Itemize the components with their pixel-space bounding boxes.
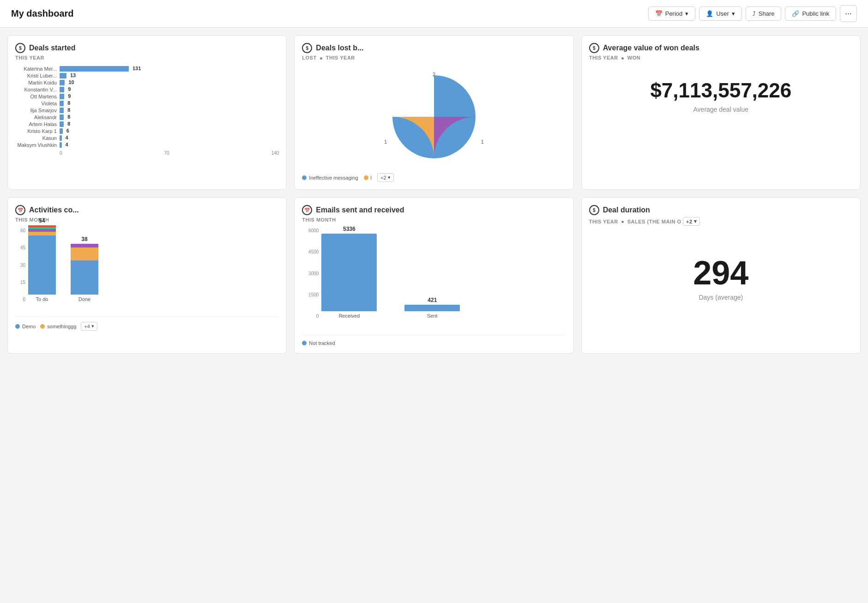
deals-lost-icon: $ xyxy=(302,43,312,53)
pie-chart: 2 1 1 xyxy=(388,71,480,163)
share-button[interactable]: ⤴ Share xyxy=(746,6,782,21)
activities-todo-bar: 54 To do xyxy=(28,217,56,302)
bar-row: Kristo Karp 16 xyxy=(15,128,279,134)
deals-lost-card: $ Deals lost b... LOST THIS YEAR 2 xyxy=(294,35,573,190)
deals-lost-subtitle: LOST THIS YEAR xyxy=(302,55,566,60)
done-seg1 xyxy=(71,260,98,295)
emails-icon: 📅 xyxy=(302,205,312,215)
x-axis: 070140 xyxy=(15,151,279,156)
done-stack xyxy=(71,244,98,295)
period-button[interactable]: 📅 Period ▾ xyxy=(648,6,696,21)
avg-value-subtitle: THIS YEAR WON xyxy=(589,55,853,60)
legend-dot-not-tracked xyxy=(302,341,307,345)
chevron-down-icon: ▾ xyxy=(732,10,735,17)
done-label: Done xyxy=(78,296,90,302)
emails-legend: Not tracked xyxy=(302,335,566,346)
done-value: 38 xyxy=(81,236,87,242)
deals-started-subtitle: THIS YEAR xyxy=(15,55,279,60)
emails-subtitle: THIS MONTH xyxy=(302,217,566,223)
emails-bars: 5336 Received 421 Sent xyxy=(321,228,566,330)
deal-duration-subtitle: THIS YEAR SALES (THE MAIN O +2 ▾ xyxy=(589,217,853,226)
sent-value: 421 xyxy=(428,297,437,303)
bar-row: Kasun4 xyxy=(15,135,279,141)
emails-title: 📅 Emails sent and received xyxy=(302,205,566,215)
todo-stack xyxy=(28,225,56,295)
pie-svg xyxy=(388,71,480,163)
deal-duration-title: $ Deal duration xyxy=(589,205,853,215)
legend-dot-demo xyxy=(15,324,20,329)
legend-more-button[interactable]: +2 ▾ xyxy=(377,173,394,182)
pie-legend: Ineffective messaging l +2 ▾ xyxy=(302,173,566,182)
bar-row: Katerina Mer...131 xyxy=(15,66,279,72)
deal-duration-content: 294 Days (average) xyxy=(589,231,853,324)
avg-value-card: $ Average value of won deals THIS YEAR W… xyxy=(581,35,861,190)
sent-label: Sent xyxy=(427,313,438,319)
avg-value-label: Average deal value xyxy=(589,106,853,113)
pie-label-right: 1 xyxy=(481,139,484,145)
deals-lost-title: $ Deals lost b... xyxy=(302,43,566,53)
deals-started-chart: Katerina Mer...131Kristi Luber...13Marti… xyxy=(15,66,279,148)
bar-row: Ilja Smarjov8 xyxy=(15,108,279,113)
activities-y-axis: 60 45 30 15 0 xyxy=(15,228,28,311)
emails-card: 📅 Emails sent and received THIS MONTH 60… xyxy=(294,197,573,354)
activities-title: 📅 Activities co... xyxy=(15,205,279,215)
activities-icon: 📅 xyxy=(15,205,25,215)
deals-lost-pie-container: 2 1 1 xyxy=(302,66,566,168)
public-link-button[interactable]: 🔗 Public link xyxy=(785,6,836,21)
received-label: Received xyxy=(338,313,360,319)
user-icon: 👤 xyxy=(706,10,713,17)
activities-legend-more[interactable]: +4 ▾ xyxy=(81,322,97,331)
pie-label-top: 2 xyxy=(433,72,435,77)
legend-dot-something xyxy=(40,324,45,329)
bar-row: Artem Halas8 xyxy=(15,121,279,127)
legend-dot-orange xyxy=(364,175,368,180)
done-seg2 xyxy=(71,247,98,260)
deal-duration-more[interactable]: +2 ▾ xyxy=(683,217,700,226)
bar-row: Konstantin V...9 xyxy=(15,87,279,92)
avg-value-title: $ Average value of won deals xyxy=(589,43,853,53)
todo-seg1 xyxy=(28,235,56,295)
bar-row: Violeta8 xyxy=(15,101,279,106)
calendar-icon: 📅 xyxy=(655,10,663,17)
emails-chart: 6000 4500 3000 1500 0 5336 Received 421 xyxy=(302,228,566,330)
deal-duration-label: Days (average) xyxy=(699,294,743,301)
todo-seg2 xyxy=(28,232,56,235)
legend-demo: Demo xyxy=(15,324,36,329)
activities-legend: Demo somethinggg +4 ▾ xyxy=(15,317,279,331)
link-icon: 🔗 xyxy=(792,10,799,17)
chevron-down-icon: ▾ xyxy=(694,218,697,224)
bar-row: Kristi Luber...13 xyxy=(15,73,279,78)
dashboard: $ Deals started THIS YEAR Katerina Mer..… xyxy=(0,28,868,361)
deal-duration-card: $ Deal duration THIS YEAR SALES (THE MAI… xyxy=(581,197,861,354)
sent-bar-fill xyxy=(404,305,460,311)
user-button[interactable]: 👤 User ▾ xyxy=(699,6,741,21)
avg-value-number: $7,113,557,226 xyxy=(589,79,853,102)
page-title: My dashboard xyxy=(11,8,74,19)
chevron-down-icon: ▾ xyxy=(91,323,94,329)
share-icon: ⤴ xyxy=(753,10,756,17)
bar-row: Ott Martens9 xyxy=(15,94,279,99)
legend-somethinggg: somethinggg xyxy=(40,324,76,329)
header-actions: 📅 Period ▾ 👤 User ▾ ⤴ Share 🔗 Public lin… xyxy=(648,5,857,22)
activities-chart: 60 45 30 15 0 54 To do xyxy=(15,228,279,311)
todo-value: 54 xyxy=(39,217,45,224)
chevron-down-icon: ▾ xyxy=(685,10,688,17)
pie-label-left: 1 xyxy=(384,139,387,145)
header: My dashboard 📅 Period ▾ 👤 User ▾ ⤴ Share… xyxy=(0,0,868,28)
emails-received-bar: 5336 Received xyxy=(321,226,377,319)
activities-done-bar: 38 Done xyxy=(71,236,98,302)
activities-bars: 54 To do 38 xyxy=(28,228,279,311)
more-button[interactable]: ··· xyxy=(840,5,857,22)
emails-sent-bar: 421 Sent xyxy=(404,297,460,319)
deals-started-card: $ Deals started THIS YEAR Katerina Mer..… xyxy=(7,35,287,190)
received-bar-fill xyxy=(321,234,377,311)
avg-value-icon: $ xyxy=(589,43,599,53)
legend-item-orange: l xyxy=(364,175,372,181)
deals-started-icon: $ xyxy=(15,43,25,53)
legend-dot-blue xyxy=(302,175,307,180)
deal-duration-icon: $ xyxy=(589,205,599,215)
deals-started-title: $ Deals started xyxy=(15,43,279,53)
activities-card: 📅 Activities co... THIS MONTH 60 45 30 1… xyxy=(7,197,287,354)
done-seg3 xyxy=(71,244,98,247)
bar-row: Maksym Viushkin4 xyxy=(15,142,279,148)
